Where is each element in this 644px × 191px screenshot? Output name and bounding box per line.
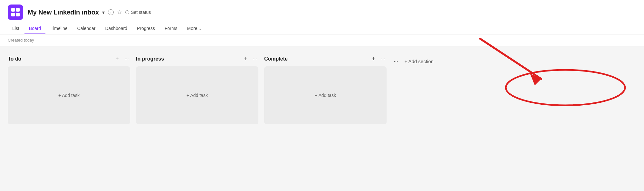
logo-dot-4 <box>16 13 20 16</box>
column-title-todo: To do <box>8 56 111 62</box>
created-text: Created today <box>8 38 34 43</box>
set-status-button[interactable]: Set status <box>125 10 151 15</box>
project-title-area: My New LinkedIn inbox ▾ i ☆ Set status <box>28 9 151 16</box>
column-more-button-todo[interactable]: ··· <box>123 55 130 62</box>
column-title-in-progress: In progress <box>136 56 239 62</box>
tab-more[interactable]: More... <box>183 23 206 34</box>
tab-list[interactable]: List <box>8 23 24 34</box>
column-add-button-todo[interactable]: + <box>114 55 120 62</box>
tab-progress[interactable]: Progress <box>132 23 159 34</box>
tab-forms[interactable]: Forms <box>160 23 182 34</box>
logo-dot-3 <box>11 13 15 16</box>
subheader: Created today <box>0 34 644 46</box>
tab-timeline[interactable]: Timeline <box>46 23 72 34</box>
status-circle-icon <box>125 10 129 14</box>
column-complete: Complete + ··· + Add task <box>264 55 387 124</box>
logo-dot-2 <box>16 8 20 12</box>
logo-grid <box>11 8 20 16</box>
add-task-button-in-progress[interactable]: + Add task <box>180 90 214 101</box>
set-status-label: Set status <box>131 10 151 15</box>
column-more-button-in-progress[interactable]: ··· <box>252 55 258 62</box>
column-header-complete: Complete + ··· <box>264 55 387 62</box>
column-body-complete: + Add task <box>264 66 387 124</box>
add-task-button-todo[interactable]: + Add task <box>52 90 86 101</box>
column-body-todo: + Add task <box>8 66 130 124</box>
column-header-todo: To do + ··· <box>8 55 130 62</box>
column-todo: To do + ··· + Add task <box>8 55 130 124</box>
app-logo <box>8 5 23 20</box>
tab-dashboard[interactable]: Dashboard <box>101 23 132 34</box>
column-body-in-progress: + Add task <box>136 66 258 124</box>
info-icon[interactable]: i <box>108 9 114 15</box>
column-add-button-complete[interactable]: + <box>370 55 377 62</box>
add-task-button-complete[interactable]: + Add task <box>308 90 342 101</box>
tab-board[interactable]: Board <box>24 23 45 34</box>
project-title: My New LinkedIn inbox <box>28 9 99 16</box>
add-section-area: ··· + Add section <box>392 55 436 65</box>
star-icon[interactable]: ☆ <box>117 9 122 16</box>
column-add-button-in-progress[interactable]: + <box>242 55 248 62</box>
header: My New LinkedIn inbox ▾ i ☆ Set status L… <box>0 0 644 34</box>
column-more-button-complete[interactable]: ··· <box>380 55 387 62</box>
column-title-complete: Complete <box>264 56 367 62</box>
tab-calendar[interactable]: Calendar <box>73 23 100 34</box>
column-header-in-progress: In progress + ··· <box>136 55 258 62</box>
board-area: To do + ··· + Add task In progress + ···… <box>0 46 644 133</box>
logo-dot-1 <box>11 8 15 12</box>
add-section-more-button[interactable]: ··· <box>392 58 399 65</box>
header-top: My New LinkedIn inbox ▾ i ☆ Set status <box>8 0 636 23</box>
add-section-button[interactable]: + Add section <box>402 57 436 65</box>
chevron-down-icon[interactable]: ▾ <box>102 9 105 15</box>
nav-tabs: List Board Timeline Calendar Dashboard P… <box>8 23 636 34</box>
column-in-progress: In progress + ··· + Add task <box>136 55 258 124</box>
